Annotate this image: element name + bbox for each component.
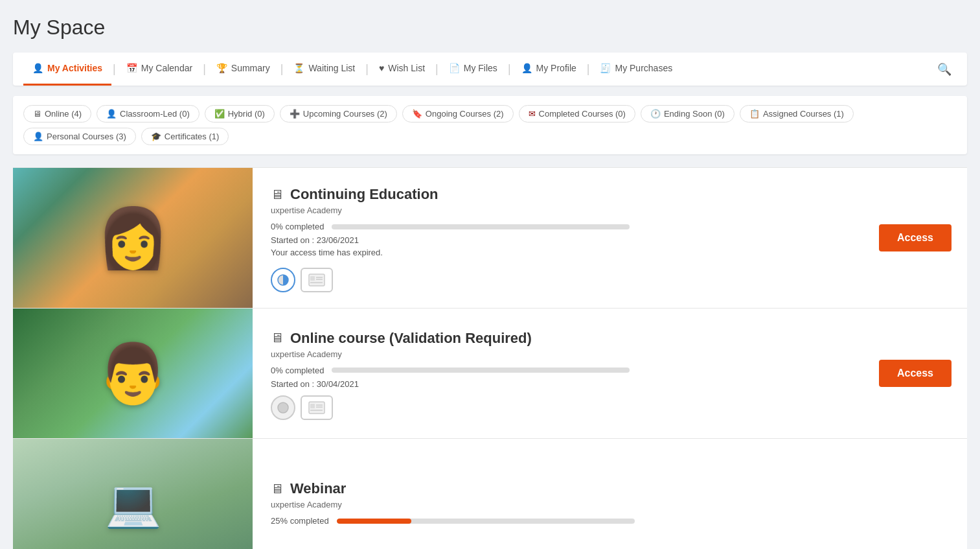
course-provider: uxpertise Academy <box>271 205 848 215</box>
chip-certificates-label: Certificates (1) <box>165 132 220 141</box>
file-icon: 📄 <box>449 63 460 73</box>
calendar-icon: 📅 <box>126 63 137 73</box>
course-card: 👨 🖥 Online course (Validation Required) … <box>13 308 967 438</box>
course-thumbnail: 👩 <box>13 168 253 308</box>
chip-upcoming-courses[interactable]: ➕ Upcoming Courses (2) <box>280 105 397 123</box>
badge-rectangle <box>301 395 333 420</box>
search-icon[interactable]: 🔍 <box>932 57 957 82</box>
chip-assigned-courses-label: Assigned Courses (1) <box>763 109 844 119</box>
chip-hybrid[interactable]: ✅ Hybrid (0) <box>205 105 275 123</box>
course-action: Access <box>863 309 967 438</box>
course-provider: uxpertise Academy <box>271 500 861 509</box>
person-icon: 👤 <box>32 63 43 73</box>
nav-wish-list[interactable]: ♥ Wish List <box>370 53 434 86</box>
started-text: Started on : 30/04/2021 <box>271 379 848 389</box>
nav-my-activities-label: My Activities <box>47 63 102 73</box>
circle-icon <box>277 402 289 414</box>
course-info: 🖥 Online course (Validation Required) ux… <box>253 309 863 438</box>
id-card-icon <box>308 274 325 286</box>
nav-waiting-list-label: Waiting List <box>308 63 355 73</box>
nav-wish-list-label: Wish List <box>388 63 425 73</box>
course-title-row: 🖥 Online course (Validation Required) <box>271 330 848 347</box>
course-title-row: 🖥 Webinar <box>271 480 861 497</box>
chip-ending-soon[interactable]: 🕐 Ending Soon (0) <box>641 105 735 123</box>
assigned-icon: 📋 <box>749 109 760 119</box>
chip-classroom-led-label: Classroom-Led (0) <box>120 109 190 119</box>
course-info: 🖥 Continuing Education uxpertise Academy… <box>253 168 863 308</box>
course-info: 🖥 Webinar uxpertise Academy 25% complete… <box>253 439 876 549</box>
course-title: Online course (Validation Required) <box>290 330 532 347</box>
trophy-icon: 🏆 <box>216 63 227 73</box>
chip-classroom-led[interactable]: 👤 Classroom-Led (0) <box>97 105 199 123</box>
chip-hybrid-label: Hybrid (0) <box>228 109 265 119</box>
monitor-icon: 🖥 <box>271 331 284 345</box>
svg-point-6 <box>278 403 288 413</box>
course-thumbnail: 💻 <box>13 439 253 549</box>
progress-bar-background <box>337 519 635 524</box>
progress-row: 25% completed <box>271 516 861 526</box>
nav-my-activities[interactable]: 👤 My Activities <box>23 53 111 86</box>
filter-row-2: 👤 Personal Courses (3) 🎓 Certificates (1… <box>23 128 957 145</box>
completed-icon: ✉ <box>529 109 536 119</box>
monitor-icon: 🖥 <box>271 482 284 496</box>
nav-summary[interactable]: 🏆 Summary <box>207 53 279 86</box>
nav-my-calendar-label: My Calendar <box>141 63 192 73</box>
chip-assigned-courses[interactable]: 📋 Assigned Courses (1) <box>740 105 854 123</box>
chip-personal-courses-label: Personal Courses (3) <box>47 132 126 141</box>
nav-summary-label: Summary <box>231 63 270 73</box>
course-list: 👩 🖥 Continuing Education uxpertise Acade… <box>13 167 967 549</box>
nav-my-profile[interactable]: 👤 My Profile <box>512 53 586 86</box>
chip-personal-courses[interactable]: 👤 Personal Courses (3) <box>23 128 136 145</box>
badge-rectangle <box>301 268 333 292</box>
access-button[interactable]: Access <box>879 360 952 387</box>
course-thumbnail: 👨 <box>13 309 253 438</box>
chip-ongoing-courses-label: Ongoing Courses (2) <box>426 109 504 119</box>
id-card-icon <box>308 401 325 414</box>
chip-ending-soon-label: Ending Soon (0) <box>664 109 725 119</box>
course-card: 👩 🖥 Continuing Education uxpertise Acade… <box>13 167 967 308</box>
progress-bar-background <box>332 224 630 229</box>
nav-my-calendar[interactable]: 📅 My Calendar <box>117 53 201 86</box>
cert-icon: 🎓 <box>151 132 161 141</box>
chip-completed-courses[interactable]: ✉ Completed Courses (0) <box>519 105 635 123</box>
hybrid-icon: ✅ <box>214 109 225 119</box>
course-title-row: 🖥 Continuing Education <box>271 186 848 203</box>
svg-rect-2 <box>310 276 315 281</box>
chip-upcoming-courses-label: Upcoming Courses (2) <box>303 109 387 119</box>
course-action: Access <box>863 168 967 308</box>
profile-icon: 👤 <box>521 63 532 73</box>
progress-bar-fill <box>337 519 411 524</box>
progress-row: 0% completed <box>271 366 848 375</box>
online-icon: 🖥 <box>33 109 41 119</box>
nav-bar: 👤 My Activities | 📅 My Calendar | 🏆 Summ… <box>13 53 967 86</box>
classroom-icon: 👤 <box>106 109 117 119</box>
hourglass-icon: ⏳ <box>293 63 304 73</box>
chip-certificates[interactable]: 🎓 Certificates (1) <box>141 128 229 145</box>
nav-my-files[interactable]: 📄 My Files <box>440 53 507 86</box>
upcoming-icon: ➕ <box>290 109 300 119</box>
ending-icon: 🕐 <box>650 109 661 119</box>
page-wrapper: My Space 👤 My Activities | 📅 My Calendar… <box>0 0 980 549</box>
personal-icon: 👤 <box>33 132 43 141</box>
chip-ongoing-courses[interactable]: 🔖 Ongoing Courses (2) <box>402 105 514 123</box>
filter-bar: 🖥 Online (4) 👤 Classroom-Led (0) ✅ Hybri… <box>13 96 967 154</box>
monitor-icon: 🖥 <box>271 187 284 202</box>
progress-row: 0% completed <box>271 222 848 231</box>
nav-my-purchases-label: My Purchases <box>615 63 672 73</box>
ongoing-icon: 🔖 <box>412 109 422 119</box>
nav-my-purchases[interactable]: 🧾 My Purchases <box>591 53 681 86</box>
access-warning: Your access time has expired. <box>271 248 848 257</box>
chip-online[interactable]: 🖥 Online (4) <box>23 105 91 123</box>
half-circle-icon <box>277 274 289 286</box>
course-title: Webinar <box>290 480 346 497</box>
progress-bar-background <box>332 368 630 373</box>
progress-label: 25% completed <box>271 516 329 526</box>
access-button[interactable]: Access <box>879 224 952 251</box>
course-action <box>876 439 967 549</box>
badge-circle-blue <box>271 268 295 292</box>
filter-row-1: 🖥 Online (4) 👤 Classroom-Led (0) ✅ Hybri… <box>23 105 957 123</box>
course-provider: uxpertise Academy <box>271 349 848 359</box>
purchases-icon: 🧾 <box>600 63 611 73</box>
nav-my-files-label: My Files <box>464 63 497 73</box>
nav-waiting-list[interactable]: ⏳ Waiting List <box>284 53 364 86</box>
